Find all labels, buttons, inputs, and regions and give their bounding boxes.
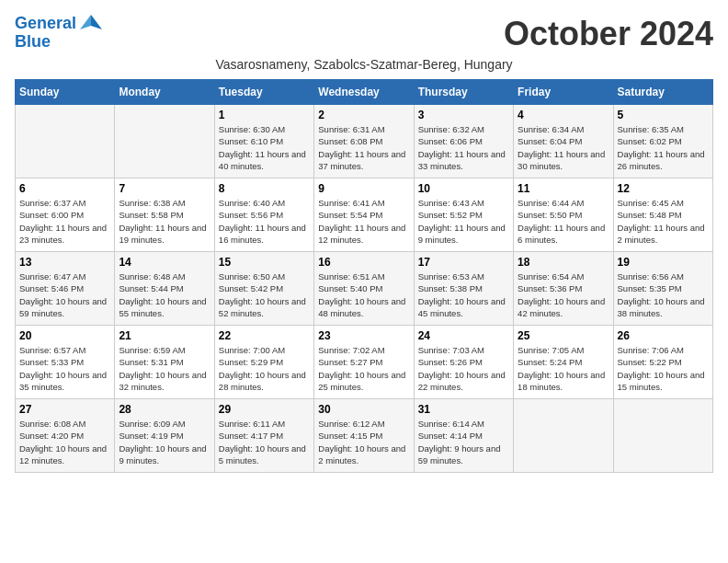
calendar-cell: 18Sunrise: 6:54 AMSunset: 5:36 PMDayligh… [514, 252, 613, 326]
calendar-cell: 25Sunrise: 7:05 AMSunset: 5:24 PMDayligh… [514, 326, 613, 399]
day-info: Sunrise: 6:40 AMSunset: 5:56 PMDaylight:… [219, 197, 310, 246]
calendar-cell: 29Sunrise: 6:11 AMSunset: 4:17 PMDayligh… [214, 399, 313, 473]
calendar-cell: 30Sunrise: 6:12 AMSunset: 4:15 PMDayligh… [314, 399, 414, 473]
day-number: 18 [518, 256, 609, 269]
day-info: Sunrise: 7:06 AMSunset: 5:22 PMDaylight:… [618, 344, 709, 393]
day-info: Sunrise: 6:44 AMSunset: 5:50 PMDaylight:… [518, 197, 609, 246]
day-number: 4 [518, 109, 609, 121]
calendar-cell: 22Sunrise: 7:00 AMSunset: 5:29 PMDayligh… [214, 326, 313, 399]
calendar-cell: 27Sunrise: 6:08 AMSunset: 4:20 PMDayligh… [16, 399, 115, 473]
page-header: General Blue October 2024 [15, 15, 713, 53]
calendar-body: 1Sunrise: 6:30 AMSunset: 6:10 PMDaylight… [16, 105, 713, 473]
day-info: Sunrise: 6:47 AMSunset: 5:46 PMDaylight:… [19, 270, 110, 319]
calendar-cell: 3Sunrise: 6:32 AMSunset: 6:06 PMDaylight… [414, 105, 513, 178]
calendar-cell: 24Sunrise: 7:03 AMSunset: 5:26 PMDayligh… [414, 326, 513, 399]
calendar-subtitle: Vasarosnameny, Szabolcs-Szatmar-Bereg, H… [15, 57, 713, 72]
day-info: Sunrise: 6:09 AMSunset: 4:19 PMDaylight:… [119, 418, 210, 466]
day-info: Sunrise: 6:51 AMSunset: 5:40 PMDaylight:… [318, 270, 409, 319]
day-info: Sunrise: 7:02 AMSunset: 5:27 PMDaylight:… [318, 344, 409, 393]
day-number: 31 [418, 403, 509, 416]
day-info: Sunrise: 6:54 AMSunset: 5:36 PMDaylight:… [518, 270, 609, 319]
calendar-cell: 11Sunrise: 6:44 AMSunset: 5:50 PMDayligh… [514, 178, 613, 252]
calendar-cell: 6Sunrise: 6:37 AMSunset: 6:00 PMDaylight… [16, 178, 115, 252]
day-info: Sunrise: 6:53 AMSunset: 5:38 PMDaylight:… [418, 270, 509, 319]
day-info: Sunrise: 6:59 AMSunset: 5:31 PMDaylight:… [119, 344, 210, 393]
day-info: Sunrise: 6:41 AMSunset: 5:54 PMDaylight:… [318, 197, 409, 246]
calendar-cell: 21Sunrise: 6:59 AMSunset: 5:31 PMDayligh… [115, 326, 214, 399]
day-info: Sunrise: 6:31 AMSunset: 6:08 PMDaylight:… [318, 123, 409, 172]
day-number: 29 [219, 403, 310, 416]
day-info: Sunrise: 7:05 AMSunset: 5:24 PMDaylight:… [518, 344, 609, 393]
calendar-cell: 9Sunrise: 6:41 AMSunset: 5:54 PMDaylight… [314, 178, 414, 252]
day-info: Sunrise: 6:11 AMSunset: 4:17 PMDaylight:… [219, 418, 310, 466]
logo-icon [78, 13, 104, 33]
calendar-cell: 8Sunrise: 6:40 AMSunset: 5:56 PMDaylight… [214, 178, 313, 252]
calendar-cell: 13Sunrise: 6:47 AMSunset: 5:46 PMDayligh… [16, 252, 115, 326]
day-number: 15 [219, 256, 310, 269]
calendar-week-5: 27Sunrise: 6:08 AMSunset: 4:20 PMDayligh… [16, 399, 713, 473]
calendar-cell: 4Sunrise: 6:34 AMSunset: 6:04 PMDaylight… [514, 105, 613, 178]
calendar-cell: 12Sunrise: 6:45 AMSunset: 5:48 PMDayligh… [613, 178, 712, 252]
calendar-cell: 15Sunrise: 6:50 AMSunset: 5:42 PMDayligh… [214, 252, 313, 326]
day-number: 20 [19, 329, 110, 342]
day-number: 12 [618, 182, 709, 195]
day-info: Sunrise: 6:38 AMSunset: 5:58 PMDaylight:… [119, 197, 210, 246]
day-info: Sunrise: 6:45 AMSunset: 5:48 PMDaylight:… [618, 197, 709, 246]
day-info: Sunrise: 7:03 AMSunset: 5:26 PMDaylight:… [418, 344, 509, 393]
calendar-cell: 31Sunrise: 6:14 AMSunset: 4:14 PMDayligh… [414, 399, 513, 473]
day-info: Sunrise: 6:12 AMSunset: 4:15 PMDaylight:… [318, 418, 409, 466]
day-number: 25 [518, 329, 609, 342]
day-number: 6 [19, 182, 110, 195]
calendar-week-1: 1Sunrise: 6:30 AMSunset: 6:10 PMDaylight… [16, 105, 713, 178]
day-number: 19 [618, 256, 709, 269]
svg-marker-0 [91, 15, 102, 29]
day-number: 23 [318, 329, 409, 342]
day-number: 26 [618, 329, 709, 342]
day-number: 2 [318, 109, 409, 121]
day-number: 1 [219, 109, 310, 121]
weekday-saturday: Saturday [613, 80, 712, 105]
weekday-friday: Friday [514, 80, 613, 105]
day-number: 11 [518, 182, 609, 195]
calendar-cell: 7Sunrise: 6:38 AMSunset: 5:58 PMDaylight… [115, 178, 214, 252]
day-info: Sunrise: 6:14 AMSunset: 4:14 PMDaylight:… [418, 418, 509, 466]
day-number: 3 [418, 109, 509, 121]
calendar-cell [514, 399, 613, 473]
calendar-cell: 10Sunrise: 6:43 AMSunset: 5:52 PMDayligh… [414, 178, 513, 252]
calendar-cell [16, 105, 115, 178]
day-info: Sunrise: 6:30 AMSunset: 6:10 PMDaylight:… [219, 123, 310, 172]
day-number: 14 [119, 256, 210, 269]
day-number: 10 [418, 182, 509, 195]
weekday-header-row: SundayMondayTuesdayWednesdayThursdayFrid… [16, 80, 713, 105]
day-number: 22 [219, 329, 310, 342]
day-info: Sunrise: 6:32 AMSunset: 6:06 PMDaylight:… [418, 123, 509, 172]
day-number: 21 [119, 329, 210, 342]
logo-text: General [15, 15, 76, 33]
day-number: 13 [19, 256, 110, 269]
day-info: Sunrise: 6:35 AMSunset: 6:02 PMDaylight:… [618, 123, 709, 172]
weekday-thursday: Thursday [414, 80, 513, 105]
day-number: 16 [318, 256, 409, 269]
calendar-cell: 17Sunrise: 6:53 AMSunset: 5:38 PMDayligh… [414, 252, 513, 326]
calendar-cell: 23Sunrise: 7:02 AMSunset: 5:27 PMDayligh… [314, 326, 414, 399]
day-number: 27 [19, 403, 110, 416]
calendar-week-3: 13Sunrise: 6:47 AMSunset: 5:46 PMDayligh… [16, 252, 713, 326]
calendar-cell: 19Sunrise: 6:56 AMSunset: 5:35 PMDayligh… [613, 252, 712, 326]
calendar-cell: 20Sunrise: 6:57 AMSunset: 5:33 PMDayligh… [16, 326, 115, 399]
calendar-week-4: 20Sunrise: 6:57 AMSunset: 5:33 PMDayligh… [16, 326, 713, 399]
calendar-table: SundayMondayTuesdayWednesdayThursdayFrid… [15, 79, 713, 473]
calendar-cell [115, 105, 214, 178]
day-number: 9 [318, 182, 409, 195]
day-number: 8 [219, 182, 310, 195]
day-info: Sunrise: 6:43 AMSunset: 5:52 PMDaylight:… [418, 197, 509, 246]
calendar-cell: 26Sunrise: 7:06 AMSunset: 5:22 PMDayligh… [613, 326, 712, 399]
calendar-cell: 1Sunrise: 6:30 AMSunset: 6:10 PMDaylight… [214, 105, 313, 178]
day-info: Sunrise: 6:57 AMSunset: 5:33 PMDaylight:… [19, 344, 110, 393]
day-number: 7 [119, 182, 210, 195]
calendar-week-2: 6Sunrise: 6:37 AMSunset: 6:00 PMDaylight… [16, 178, 713, 252]
month-title: October 2024 [504, 15, 713, 53]
calendar-cell: 2Sunrise: 6:31 AMSunset: 6:08 PMDaylight… [314, 105, 414, 178]
weekday-wednesday: Wednesday [314, 80, 414, 105]
calendar-cell: 16Sunrise: 6:51 AMSunset: 5:40 PMDayligh… [314, 252, 414, 326]
weekday-sunday: Sunday [16, 80, 115, 105]
